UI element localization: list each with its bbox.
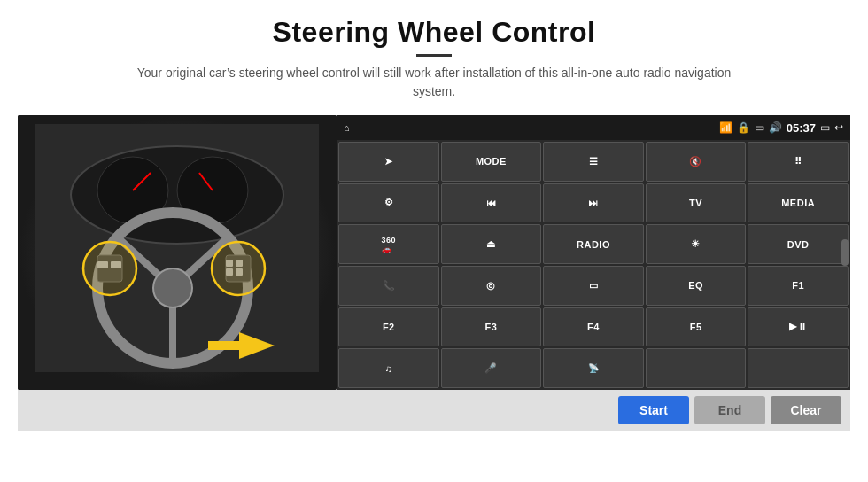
btn-window[interactable]: ▭ bbox=[543, 266, 644, 306]
svg-point-20 bbox=[212, 242, 265, 295]
btn-tv[interactable]: TV bbox=[646, 183, 747, 223]
subtitle-text: Your original car’s steering wheel contr… bbox=[133, 64, 735, 101]
btn-eject[interactable]: ⏏ bbox=[441, 224, 542, 264]
back-icon[interactable]: ↩ bbox=[834, 121, 843, 134]
bt-icon: 🔊 bbox=[769, 121, 782, 134]
content-area: ⌂ 📶 🔒 ▭ 🔊 05:37 ▭ ↩ ➤ bbox=[18, 115, 850, 390]
steering-wheel-image bbox=[35, 124, 319, 372]
page-title: Steering Wheel Control bbox=[133, 16, 735, 49]
btn-media[interactable]: MEDIA bbox=[748, 183, 849, 223]
control-panel: ⌂ 📶 🔒 ▭ 🔊 05:37 ▭ ↩ ➤ bbox=[337, 115, 850, 390]
btn-f2[interactable]: F2 bbox=[338, 307, 439, 347]
btn-phone[interactable]: 📞 bbox=[338, 266, 439, 306]
status-bar: ⌂ 📶 🔒 ▭ 🔊 05:37 ▭ ↩ bbox=[337, 115, 850, 140]
status-left: ⌂ bbox=[344, 122, 350, 133]
wifi-icon: 📶 bbox=[719, 121, 732, 134]
btn-dvd[interactable]: DVD bbox=[748, 224, 849, 264]
svg-point-10 bbox=[153, 268, 192, 307]
sd-icon: ▭ bbox=[755, 121, 764, 134]
btn-empty2 bbox=[748, 348, 849, 388]
btn-settings[interactable]: ⚙ bbox=[338, 183, 439, 223]
bottom-bar: Start End Clear bbox=[18, 390, 850, 431]
svg-rect-22 bbox=[208, 341, 242, 350]
btn-apps[interactable]: ⠿ bbox=[748, 142, 849, 182]
clear-button[interactable]: Clear bbox=[771, 396, 841, 424]
svg-point-19 bbox=[83, 242, 136, 295]
btn-mic[interactable]: 🎤 bbox=[441, 348, 542, 388]
start-button[interactable]: Start bbox=[618, 396, 689, 424]
btn-f5[interactable]: F5 bbox=[646, 307, 747, 347]
btn-send[interactable]: ➤ bbox=[338, 142, 439, 182]
btn-call-end[interactable]: 📡 bbox=[543, 348, 644, 388]
title-divider bbox=[416, 54, 452, 57]
screen-icon: ▭ bbox=[820, 121, 830, 134]
btn-list[interactable]: ☰ bbox=[543, 142, 644, 182]
title-section: Steering Wheel Control Your original car… bbox=[133, 16, 735, 101]
btn-f4[interactable]: F4 bbox=[543, 307, 644, 347]
buttons-grid: ➤ MODE ☰ 🔇 ⠿ ⚙ ⏮ ⏭ TV MEDIA 360🚗 ⏏ RADIO… bbox=[337, 140, 850, 390]
btn-mode[interactable]: MODE bbox=[441, 142, 542, 182]
page-container: Steering Wheel Control Your original car… bbox=[0, 0, 868, 482]
status-time: 05:37 bbox=[787, 121, 816, 135]
btn-nav[interactable]: ◎ bbox=[441, 266, 542, 306]
car-image-bg bbox=[18, 115, 337, 390]
home-icon[interactable]: ⌂ bbox=[344, 122, 350, 133]
btn-empty1 bbox=[646, 348, 747, 388]
status-right: 📶 🔒 ▭ 🔊 05:37 ▭ ↩ bbox=[719, 121, 843, 135]
btn-music[interactable]: ♫ bbox=[338, 348, 439, 388]
btn-f3[interactable]: F3 bbox=[441, 307, 542, 347]
btn-playpause[interactable]: ▶⏸ bbox=[748, 307, 849, 347]
btn-prev[interactable]: ⏮ bbox=[441, 183, 542, 223]
btn-radio[interactable]: RADIO bbox=[543, 224, 644, 264]
scroll-indicator[interactable] bbox=[841, 239, 849, 266]
btn-next[interactable]: ⏭ bbox=[543, 183, 644, 223]
btn-f1[interactable]: F1 bbox=[748, 266, 849, 306]
btn-360[interactable]: 360🚗 bbox=[338, 224, 439, 264]
end-button[interactable]: End bbox=[694, 396, 765, 424]
lock-icon: 🔒 bbox=[737, 121, 750, 134]
btn-mute[interactable]: 🔇 bbox=[646, 142, 747, 182]
car-image-section bbox=[18, 115, 337, 390]
btn-brightness[interactable]: ☀ bbox=[646, 224, 747, 264]
btn-eq[interactable]: EQ bbox=[646, 266, 747, 306]
